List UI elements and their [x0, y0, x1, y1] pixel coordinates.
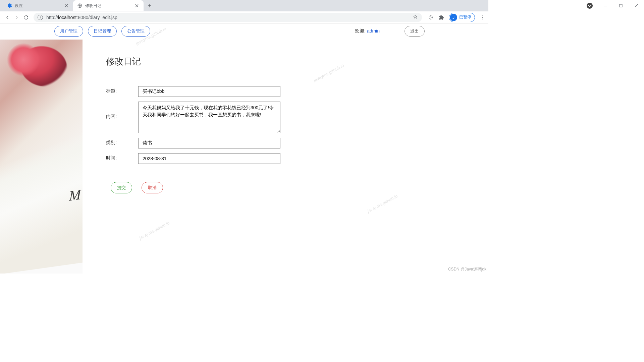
username-link[interactable]: admin	[367, 28, 380, 34]
watermark: javayms.github.io	[366, 193, 398, 214]
tab-title: 修改日记	[85, 3, 134, 9]
reload-button[interactable]	[21, 13, 31, 22]
profile-status: 已暂停	[459, 14, 471, 20]
globe-icon	[77, 3, 83, 8]
browser-toolbar: i http://localhost:8080/diary_edit.jsp J…	[0, 11, 488, 23]
content-label: 内容:	[106, 102, 138, 120]
decorative-background	[0, 40, 83, 274]
browser-chrome: 设置 修改日记 i	[0, 0, 488, 23]
submit-button[interactable]: 提交	[111, 182, 132, 193]
svg-point-6	[482, 18, 483, 19]
svg-point-3	[430, 17, 431, 18]
forward-button[interactable]	[12, 13, 21, 22]
svg-point-4	[482, 15, 483, 16]
tab-title: 设置	[15, 3, 64, 9]
url-text: http://localhost:8080/diary_edit.jsp	[46, 15, 413, 20]
profile-button[interactable]: J 已暂停	[449, 13, 475, 22]
credit-text: CSDN @Java源码jdk	[448, 266, 486, 272]
page-title: 修改日记	[106, 56, 294, 67]
content-textarea[interactable]: 今天我妈妈又给我了十元钱，现在我的零花钱已经到300元了!今天我和同学们约好一起…	[138, 102, 280, 133]
site-info-icon[interactable]: i	[38, 15, 43, 20]
logout-button[interactable]: 退出	[405, 26, 425, 37]
app-header: 用户管理 日记管理 公告管理 欢迎: admin 退出	[0, 23, 488, 39]
date-input[interactable]	[138, 153, 280, 164]
cancel-button[interactable]: 取消	[142, 182, 163, 193]
watermark: javayms.github.io	[138, 220, 170, 240]
title-label: 标题:	[106, 86, 138, 94]
extension-icon[interactable]	[427, 14, 434, 21]
tab-strip: 设置 修改日记	[0, 0, 488, 11]
decorative-book	[0, 122, 83, 274]
diary-edit-form: 修改日记 标题: 内容: 今天我妈妈又给我了十元钱，现在我的零花钱已经到300元…	[106, 56, 294, 193]
category-input[interactable]	[138, 138, 280, 148]
extensions-puzzle-icon[interactable]	[438, 14, 445, 21]
address-bar[interactable]: i http://localhost:8080/diary_edit.jsp	[34, 13, 422, 22]
nav-notice-mgmt[interactable]: 公告管理	[121, 26, 150, 37]
new-tab-button[interactable]	[145, 1, 154, 10]
tab-settings[interactable]: 设置	[3, 0, 73, 11]
avatar: J	[450, 14, 457, 21]
back-button[interactable]	[3, 13, 12, 22]
nav-diary-mgmt[interactable]: 日记管理	[88, 26, 117, 37]
svg-point-5	[482, 17, 483, 18]
bookmark-star-icon[interactable]	[413, 14, 418, 20]
menu-dots-icon[interactable]	[479, 14, 486, 21]
category-label: 类别:	[106, 138, 138, 146]
gear-icon	[7, 3, 12, 8]
close-icon[interactable]	[134, 3, 140, 8]
svg-point-2	[429, 15, 433, 19]
watermark: javayms.github.io	[313, 63, 345, 83]
nav-user-mgmt[interactable]: 用户管理	[54, 26, 83, 37]
tab-diary-edit[interactable]: 修改日记	[73, 0, 144, 11]
title-input[interactable]	[138, 86, 280, 97]
date-label: 时间:	[106, 153, 138, 161]
welcome-text: 欢迎: admin	[355, 28, 380, 34]
page-content: 用户管理 日记管理 公告管理 欢迎: admin 退出 修改日记 标题: 内容:…	[0, 23, 488, 274]
close-icon[interactable]	[64, 3, 69, 8]
